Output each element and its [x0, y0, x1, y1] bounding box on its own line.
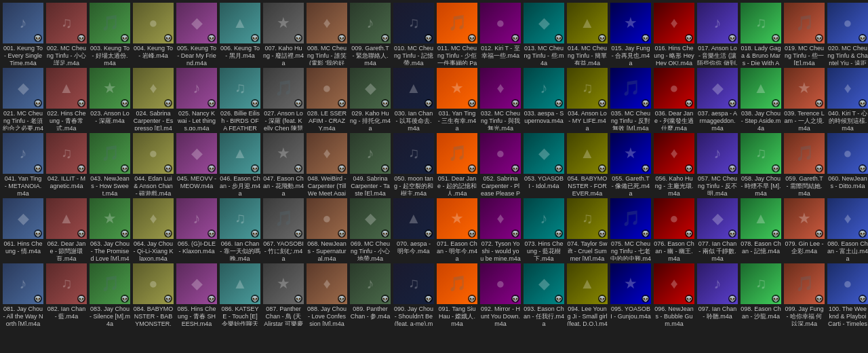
- list-item[interactable]: ◆👽053. YOASOBI - Idol.m4a: [522, 132, 566, 197]
- list-item[interactable]: ♦👽048. WeiBird - Carpenter (Till We Meet…: [305, 132, 349, 197]
- list-item[interactable]: ★👽031. Yan Ting - 三生有幸.m4a: [435, 67, 479, 132]
- list-item[interactable]: ★👽039. Terence Lam - 一人之境.m4a: [783, 67, 826, 132]
- list-item[interactable]: ♪👽033. aespa - Supernova.m4a: [522, 67, 566, 132]
- list-item[interactable]: ★👽095. YOASOBI - Gunjou.m4a: [609, 262, 652, 327]
- list-item[interactable]: ◆👽069. MC Cheung Tinfu - 小心地帶.m4a: [349, 197, 392, 262]
- list-item[interactable]: ●👽092. Mirror - Hunt You Down.m4a: [479, 262, 522, 327]
- list-item[interactable]: ★👽007. Kaho Hung - 廢話裡.m4a: [262, 1, 305, 67]
- list-item[interactable]: ♫👽082. Ian Chan - 藍.m4a: [45, 262, 88, 327]
- list-item[interactable]: ★👽015. Jay Fung - 合再見也.m4a: [609, 1, 652, 67]
- list-item[interactable]: ♦👽096. NewJeans - Bubble Gum.m4a: [652, 262, 696, 327]
- list-item[interactable]: ▲👽014. MC Cheung Tinfu - 簡單有益.m4a: [566, 1, 609, 67]
- list-item[interactable]: 🎵👽091. Tang Siu Hau - 嫦娥人.m4a: [435, 262, 479, 327]
- list-item[interactable]: 🎵👽067. YAOSOBI - 竹に刻む.m4a: [262, 197, 305, 262]
- list-item[interactable]: 🎵👽027. Anson Lo - 深羅 (feat. Kelly Chen 陳…: [262, 67, 305, 132]
- list-item[interactable]: ★👽047. Eason Chan - 花飛動.m4a: [262, 132, 305, 197]
- list-item[interactable]: ♪👽081. Jay Chou - All the Way North [M].…: [1, 262, 45, 327]
- list-item[interactable]: ●👽020. MC Cheung Tinfu & Chantel Yiu - 遠…: [826, 1, 868, 67]
- list-item[interactable]: 🎵👽019. MC Cheung Tinfu - 些一 [E].m4a: [783, 1, 826, 67]
- list-item[interactable]: ●👽076. Eason Chan - 幽 - 幽王.m4a: [652, 197, 696, 262]
- list-item[interactable]: ●👽004. Keung To - 岩峰.m4a: [132, 1, 175, 67]
- list-item[interactable]: 🎵👽035. MC Cheung Tinfu - 反對無效 [M].m4a: [609, 67, 652, 132]
- list-item[interactable]: ♦👽088. Jay Chou - Love Confession [M].m4…: [305, 262, 349, 327]
- list-item[interactable]: ▲👽038. Jay Chou - Step Aside.m4a: [739, 67, 783, 132]
- list-item[interactable]: ●👽044. Edan Lui & Anson Chan - 磁遊戲.m4a: [132, 132, 175, 197]
- list-item[interactable]: ♪👽065. (G)I-DLE - Klaxon.m4a: [175, 197, 218, 262]
- list-item[interactable]: ♪👽009. Gareth.T - 緊急聯絡人.m4a: [349, 1, 392, 67]
- list-item[interactable]: ▲👽022. Hins Cheung - 青春常式.m4a: [45, 67, 88, 132]
- list-item[interactable]: ●👽068. NewJeans - Supernatural.m4a: [305, 197, 349, 262]
- list-item[interactable]: 🎵👽003. Keung To - 好場太過份.m4a: [88, 1, 132, 67]
- list-item[interactable]: ♪👽041. Yan Ting - METANOIA.m4a: [1, 132, 45, 197]
- list-item[interactable]: ♫👽058. Jay Chou - 時煙不早 [M].m4a: [739, 132, 783, 197]
- list-item[interactable]: ▲👽006. Keung To - 黑月.m4a: [218, 1, 262, 67]
- list-item[interactable]: ♫👽034. Anson Lo - MY LIFE.m4a: [566, 67, 609, 132]
- list-item[interactable]: ◆👽085. Hins Cheung - 青春 SHEESH.m4a: [175, 262, 218, 327]
- list-item[interactable]: ★👽071. Eason Chan - 明年今.m4a: [435, 197, 479, 262]
- list-item[interactable]: ♦👽080. Eason Chan - 富土山.m4a: [826, 197, 868, 262]
- list-item[interactable]: ▲👽030. Ian Chan - 以耳後命去.m4a: [392, 67, 435, 132]
- list-item[interactable]: ♫👽010. MC Cheung Tinfu - 記憶帶.m4a: [392, 1, 435, 67]
- list-item[interactable]: ♫👽090. Jay Chou - Shouldn't Be (feat. a-…: [392, 262, 435, 327]
- list-item[interactable]: ♫👽074. Taylor Swift - Cruel Summer [M].m…: [566, 197, 609, 262]
- list-item[interactable]: ★👽063. Jay Chou - The Promised Love [M].…: [88, 197, 132, 262]
- list-item[interactable]: ▲👽054. BABYMONSTER - FOREVER.m4a: [566, 132, 609, 197]
- list-item[interactable]: ◆👽061. Hins Cheung - 情.m4a: [1, 197, 45, 262]
- list-item[interactable]: ♪👽049. Sabrina Carpenter - Taste [E].m4a: [349, 132, 392, 197]
- list-item[interactable]: 🎵👽075. MC Cheung Tinfu - 七老中的的中難.m4a: [609, 197, 652, 262]
- list-item[interactable]: ▲👽046. Eason Chan - 步月迎.m4a: [218, 132, 262, 197]
- list-item[interactable]: ◆👽077. Ian Chan - 兩似 千靜數.m4a: [696, 197, 739, 262]
- list-item[interactable]: ▲👽094. Lee Young Ji - Small girl (feat. …: [566, 262, 609, 327]
- list-item[interactable]: ♪👽017. Anson Lo - 音樂生活 (讓陌些你你 做到.m4a: [696, 1, 739, 67]
- list-item[interactable]: ◆👽045. MEOVV - MEOW.m4a: [175, 132, 218, 197]
- list-item[interactable]: ◆👽021. MC Cheung Tinfu - 老須約合之必要.m4a: [1, 67, 45, 132]
- list-item[interactable]: 🎵👽059. Gareth.T - 需際問結她.m4a: [783, 132, 826, 197]
- list-item[interactable]: ♦👽072. Tyson Yoshi - would you be mine.m…: [479, 197, 522, 262]
- list-item[interactable]: ♪👽097. Ian Chan - 聆聽.m4a: [696, 262, 739, 327]
- list-item[interactable]: ●👽028. LE SSERAFIM - CRAZY.m4a: [305, 67, 349, 132]
- list-item[interactable]: ♦👽056. Kaho Hung - 主廠光環.m4a: [652, 132, 696, 197]
- list-item[interactable]: 🎵👽011. MC Cheung Tinfu - 少佢一件事繃的 Panther…: [435, 1, 479, 67]
- list-item[interactable]: ★👽055. Gareth.T - 像備已死.m4a: [609, 132, 652, 197]
- list-item[interactable]: ●👽060. NewJeans - Ditto.m4a: [826, 132, 868, 197]
- list-item[interactable]: ★👽087. Panther Chan - 鳥 (天 Alirstar 可樂慶生…: [262, 262, 305, 327]
- list-item[interactable]: ▲👽078. Eason Chan - 記憶.m4a: [739, 197, 783, 262]
- list-item[interactable]: ★👽023. Anson Lo - 深羅.m4a: [88, 67, 132, 132]
- list-item[interactable]: ♦👽008. MC Cheung Tinfu - 誰笑 (電影 '我的好兄弟')…: [305, 1, 349, 67]
- list-item[interactable]: ♫👽002. MC Cheung Tinfu - 小心謹足.m4a: [45, 1, 88, 67]
- list-item[interactable]: 🎵👽099. Jay Fung - 哈你幸福 何以深.m4a: [783, 262, 826, 327]
- list-item[interactable]: 🎵👽083. Jay Chou - Silence [M].m4a: [88, 262, 132, 327]
- list-item[interactable]: ★👽079. Gin Lee - 企彩.m4a: [783, 197, 826, 262]
- list-item[interactable]: 🎵👽051. Dear Jane - 起的記憶和人.m4a: [435, 132, 479, 197]
- list-item[interactable]: ♫👽066. Ian Chan - 靠一天似的嗎晚.m4a: [218, 197, 262, 262]
- list-item[interactable]: ●👽052. Sabrina Carpenter - Please Please…: [479, 132, 522, 197]
- list-item[interactable]: ♦👽040. Kiri T - 心的時候別這樣.m4a: [826, 67, 868, 132]
- list-item[interactable]: ♦👽064. Jay Chou - Qi-Li-Xiang Klaxon.m4a: [132, 197, 175, 262]
- list-item[interactable]: ♫👽098. Eason Chan - 沙龍.m4a: [739, 262, 783, 327]
- list-item[interactable]: ♫👽018. Lady Gaga & Bruno Mars - Die With…: [739, 1, 783, 67]
- list-item[interactable]: 🎵👽043. NewJeans - How Sweet.m4a: [88, 132, 132, 197]
- list-item[interactable]: ◆👽029. Kaho Hung - 排托化.m4a: [349, 67, 392, 132]
- list-item[interactable]: ♫👽026. Billie Eilish - BIRDS OF A FEATHE…: [218, 67, 262, 132]
- list-item[interactable]: ♫👽042. ILLIT - Magnetic.m4a: [45, 132, 88, 197]
- list-item[interactable]: ♦👽032. MC Cheung Tinfu - 與我無光.m4a: [479, 67, 522, 132]
- list-item[interactable]: ●👽100. The Weeknd & Playboi Carti - Time…: [826, 262, 868, 327]
- list-item[interactable]: ♦👽024. Sabrina Carpenter - Espresso [E].…: [132, 67, 175, 132]
- list-item[interactable]: ●👽012. Kiri T - 至幸福一些.m4a: [479, 1, 522, 67]
- list-item[interactable]: ◆👽093. Eason Chan - 任我行.m4a: [522, 262, 566, 327]
- list-item[interactable]: ♪👽001. Keung To - Every Single Time.m4a: [1, 1, 45, 67]
- list-item[interactable]: ♪👽073. Hins Cheung - 藍花樹下.m4a: [522, 197, 566, 262]
- list-item[interactable]: ◆👽005. Keung To - Dear My Friend.m4a: [175, 1, 218, 67]
- list-item[interactable]: ●👽084. BABYMONSTER - BABYMONSTER.m4a: [132, 262, 175, 327]
- list-item[interactable]: ♫👽050. moon tang - 起空裂的和樹主.m4a: [392, 132, 435, 197]
- list-item[interactable]: ▲👽062. Dear Jane - 節問謝環頁.m4a: [45, 197, 88, 262]
- list-item[interactable]: ♪👽025. Nancy Kwai - Let things.go.m4a: [175, 67, 218, 132]
- list-item[interactable]: ◆👽013. MC Cheung Tinfu - 些.m4a: [522, 1, 566, 67]
- list-item[interactable]: ◆👽037. aespa - Armaggeddon.m4a: [696, 67, 739, 132]
- list-item[interactable]: ♪👽089. Panther Chan - 参.m4a: [349, 262, 392, 327]
- list-item[interactable]: ♦👽016. Hins Cheung - 略形 Hey Hey OK!.m4a: [652, 1, 696, 67]
- list-item[interactable]: ▲👽070. aespa - 明年今.m4a: [392, 197, 435, 262]
- list-item[interactable]: ▲👽086. KATSEYE - Touch [E] 令樂始作聊天加.m4a: [218, 262, 262, 327]
- list-item[interactable]: ♪👽057. MC Cheung Tinfu - 反不明.m4a: [696, 132, 739, 197]
- list-item[interactable]: ●👽036. Dear Jane - 列黨發生過什麼.m4a: [652, 67, 696, 132]
